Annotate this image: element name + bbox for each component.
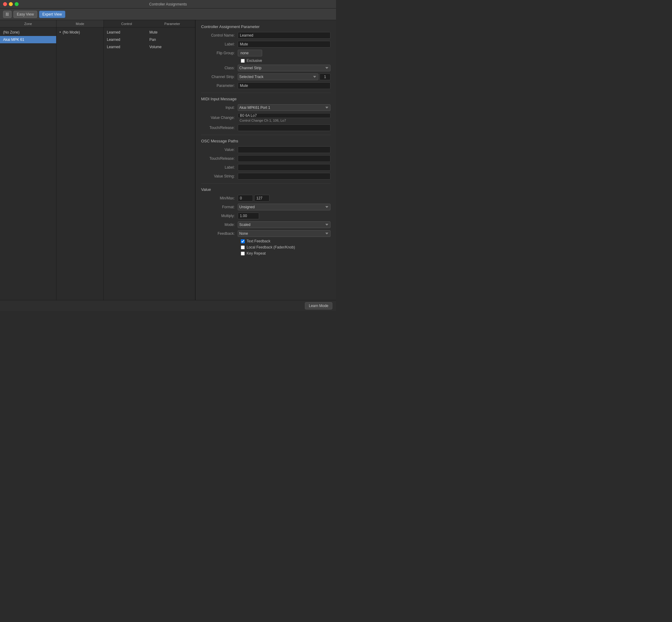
toolbar: ⛓ Easy View Expert View bbox=[0, 8, 336, 20]
osc-section-title: OSC Message Paths bbox=[201, 139, 330, 143]
mode-panel-header: Mode bbox=[57, 20, 103, 28]
link-button[interactable]: ⛓ bbox=[3, 11, 11, 18]
osc-label-row: Label: bbox=[201, 164, 330, 171]
control-col-header: Control bbox=[104, 20, 150, 28]
easy-view-button[interactable]: Easy View bbox=[13, 11, 37, 18]
control-panel-header: Control Parameter bbox=[104, 20, 195, 28]
flip-group-row: Flip Group: none bbox=[201, 50, 330, 57]
osc-value-input[interactable] bbox=[238, 146, 330, 153]
control-row-volume[interactable]: Learned Volume bbox=[104, 43, 195, 50]
multiply-input[interactable] bbox=[238, 212, 259, 219]
exclusive-checkbox[interactable] bbox=[241, 59, 245, 63]
zoom-button[interactable] bbox=[14, 2, 19, 6]
format-label: Format: bbox=[201, 205, 238, 209]
format-select[interactable]: Unsigned bbox=[238, 204, 330, 210]
divider-1 bbox=[201, 93, 330, 93]
osc-value-row: Value: bbox=[201, 146, 330, 153]
zone-item-no-zone[interactable]: (No Zone) bbox=[0, 29, 56, 36]
local-feedback-label: Local Feedback (Fader/Knob) bbox=[247, 245, 295, 249]
mode-select[interactable]: Scaled bbox=[238, 221, 330, 228]
touch-release-label: Touch/Release: bbox=[201, 126, 238, 130]
osc-value-string-row: Value String: bbox=[201, 173, 330, 180]
text-feedback-label: Text Feedback bbox=[247, 239, 270, 243]
osc-value-label: Value: bbox=[201, 147, 238, 152]
zone-panel: Zone (No Zone) Akai MPK 61 bbox=[0, 20, 57, 300]
osc-value-string-input[interactable] bbox=[238, 173, 330, 180]
mode-row: Mode: Scaled bbox=[201, 221, 330, 228]
channel-strip-num: 1 bbox=[320, 73, 330, 80]
max-input[interactable] bbox=[254, 195, 269, 202]
minimize-button[interactable] bbox=[9, 2, 13, 6]
local-feedback-row: Local Feedback (Fader/Knob) bbox=[201, 245, 330, 249]
flip-group-value: none bbox=[238, 50, 262, 57]
zone-panel-body: (No Zone) Akai MPK 61 bbox=[0, 28, 56, 300]
parameter-label: Parameter: bbox=[201, 83, 238, 88]
key-repeat-label: Key Repeat bbox=[247, 251, 266, 255]
zone-item-akai[interactable]: Akai MPK 61 bbox=[0, 36, 56, 43]
touch-release-input[interactable] bbox=[238, 125, 330, 131]
mode-label: Mode: bbox=[201, 222, 238, 227]
mode-item-no-mode[interactable]: • (No Mode) bbox=[57, 29, 103, 36]
midi-section-title: MIDI Input Message bbox=[201, 97, 330, 101]
osc-label-label: Label: bbox=[201, 165, 238, 170]
feedback-row: Feedback: None bbox=[201, 230, 330, 237]
exclusive-label: Exclusive bbox=[247, 59, 262, 63]
multiply-row: Multiply: bbox=[201, 212, 330, 219]
link-icon: ⛓ bbox=[5, 12, 9, 16]
parameter-col-header: Parameter bbox=[150, 20, 195, 28]
input-select[interactable]: Akai MPK61 Port 1 bbox=[238, 104, 330, 111]
class-row: Class: Channel Strip bbox=[201, 65, 330, 71]
control-name-input[interactable] bbox=[238, 32, 330, 39]
expert-view-button[interactable]: Expert View bbox=[39, 11, 65, 18]
bottom-bar: Learn Mode bbox=[0, 300, 336, 311]
channel-strip-row: Channel Strip: Selected Track 1 bbox=[201, 73, 330, 80]
control-panel-body: Learned Mute Learned Pan Learned Volume bbox=[104, 28, 195, 300]
exclusive-row: Exclusive bbox=[201, 59, 330, 63]
local-feedback-checkbox[interactable] bbox=[241, 245, 245, 249]
value-section-title: Value bbox=[201, 187, 330, 192]
channel-strip-select[interactable]: Selected Track bbox=[238, 73, 318, 80]
parameter-input[interactable] bbox=[238, 82, 330, 89]
traffic-lights bbox=[3, 2, 19, 6]
text-feedback-row: Text Feedback bbox=[201, 239, 330, 243]
channel-strip-label: Channel Strip: bbox=[201, 75, 238, 79]
osc-label-input[interactable] bbox=[238, 164, 330, 171]
input-label: Input: bbox=[201, 105, 238, 110]
close-button[interactable] bbox=[3, 2, 7, 6]
control-row-pan[interactable]: Learned Pan bbox=[104, 36, 195, 43]
osc-value-string-label: Value String: bbox=[201, 174, 238, 178]
assignment-section-title: Controller Assignment Parameter bbox=[201, 24, 330, 29]
osc-touch-input[interactable] bbox=[238, 155, 330, 162]
label-row: Label: bbox=[201, 41, 330, 47]
bullet-icon: • bbox=[60, 30, 61, 34]
learn-mode-button[interactable]: Learn Mode bbox=[305, 302, 332, 309]
min-input[interactable] bbox=[238, 195, 253, 202]
class-select[interactable]: Channel Strip bbox=[238, 65, 330, 71]
parameter-row: Parameter: bbox=[201, 82, 330, 89]
minmax-label: Min/Max: bbox=[201, 196, 238, 200]
control-row-mute[interactable]: Learned Mute bbox=[104, 29, 195, 36]
multiply-label: Multiply: bbox=[201, 214, 238, 218]
mode-panel: Mode • (No Mode) bbox=[57, 20, 104, 300]
mode-panel-body: • (No Mode) bbox=[57, 28, 103, 300]
control-name-row: Control Name: bbox=[201, 32, 330, 39]
divider-3 bbox=[201, 183, 330, 183]
divider-2 bbox=[201, 135, 330, 135]
value-change-row: Value Change: Control Change Ch 1, 106, … bbox=[201, 113, 330, 122]
text-feedback-checkbox[interactable] bbox=[241, 239, 245, 243]
feedback-select[interactable]: None bbox=[238, 230, 330, 237]
right-panel: Controller Assignment Parameter Control … bbox=[196, 20, 336, 300]
title-bar: Controller Assignments bbox=[0, 0, 336, 8]
input-row: Input: Akai MPK61 Port 1 bbox=[201, 104, 330, 111]
label-label: Label: bbox=[201, 42, 238, 46]
zone-panel-header: Zone bbox=[0, 20, 56, 28]
key-repeat-checkbox[interactable] bbox=[241, 251, 245, 255]
control-panel: Control Parameter Learned Mute Learned P… bbox=[104, 20, 195, 300]
window-title: Controller Assignments bbox=[149, 2, 187, 6]
minmax-row: Min/Max: bbox=[201, 195, 330, 202]
left-panels: Zone (No Zone) Akai MPK 61 Mode • (No Mo… bbox=[0, 20, 196, 300]
format-row: Format: Unsigned bbox=[201, 204, 330, 210]
value-change-input[interactable] bbox=[238, 113, 330, 118]
main-content: Zone (No Zone) Akai MPK 61 Mode • (No Mo… bbox=[0, 20, 336, 300]
label-input[interactable] bbox=[238, 41, 330, 47]
